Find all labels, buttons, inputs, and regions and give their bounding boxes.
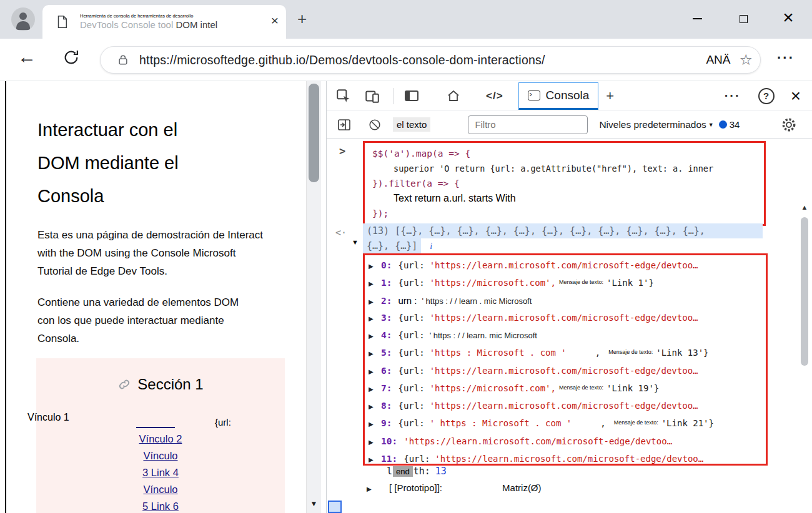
minimize-button[interactable]: [685, 7, 710, 30]
console-array-entry[interactable]: ▶11:{url:'https://learn.microsoft.com/mi…: [369, 451, 766, 466]
tab-title-small: Herramienta de consola de herramientas d…: [80, 13, 193, 19]
array-length-row: lendth:13: [387, 466, 447, 477]
filter-input[interactable]: [468, 115, 588, 134]
page-scrollbar-thumb[interactable]: [309, 84, 319, 182]
console-array-entry[interactable]: ▶1:{url:'https://microsoft.com',Mensaje …: [369, 275, 766, 293]
entry-segment-plain: {url:: [398, 278, 424, 288]
console-array-entry[interactable]: ▶4:{url:' https : / / learn. mic Microso…: [369, 327, 766, 344]
scroll-up-icon[interactable]: ▲: [798, 203, 811, 211]
expand-triangle-icon[interactable]: ▶: [369, 434, 377, 451]
console-scrollbar[interactable]: ▲: [798, 203, 811, 511]
length-value: 13: [435, 466, 447, 477]
link-icon: [117, 378, 131, 391]
tab-title: DevTools Console tool DOM intel: [80, 19, 267, 30]
inspect-element-button[interactable]: [335, 88, 352, 104]
entry-index: 6:: [381, 366, 392, 376]
section-link[interactable]: 3 Link 4: [142, 464, 179, 481]
scroll-down-icon[interactable]: ▼: [307, 499, 321, 508]
page-title: Interactuar con el DOM mediante el Conso…: [37, 114, 179, 213]
expand-triangle-icon[interactable]: ▶: [369, 258, 377, 275]
console-array-entry[interactable]: ▶10:'https://learn.microsoft.com/microso…: [369, 433, 766, 451]
console-input-code-line: }).filter(a => {: [372, 176, 756, 191]
expand-triangle-icon[interactable]: ▶: [369, 364, 377, 380]
page-scrollbar[interactable]: ▼: [306, 81, 321, 513]
issues-icon[interactable]: [719, 120, 727, 129]
console-array-entry[interactable]: ▶8:{url:'https://learn.microsoft.com/mic…: [369, 398, 766, 415]
lock-icon: [117, 54, 129, 66]
address-bar[interactable]: https://microsoftedge.github.io/Demos/de…: [100, 46, 761, 74]
tab-close-icon[interactable]: ×: [271, 13, 279, 28]
devtools-toolbar: </> Consola + ··· ? ×: [327, 81, 812, 111]
page-left-border: [5, 81, 6, 513]
bare-link-underline[interactable]: [136, 427, 175, 428]
add-pane-button[interactable]: +: [606, 88, 614, 104]
open-sidebar-icon: [337, 117, 352, 132]
clear-console-button[interactable]: [368, 118, 382, 132]
expand-triangle-icon[interactable]: ▶: [367, 486, 375, 492]
console-toolbar: el texto Niveles predeterminados ▼ 34: [327, 111, 812, 139]
entry-segment-str: 'https://microsoft.com',: [430, 383, 556, 393]
console-input-code-line: superior 'O return {url: a.getAttribute(…: [372, 161, 756, 176]
refresh-button[interactable]: [62, 49, 80, 69]
avatar-head: [19, 12, 27, 20]
console-array-entry[interactable]: ▶5:{url:'https : Microsoft . com ',Mensa…: [369, 344, 766, 363]
sources-tab-button[interactable]: </>: [486, 90, 503, 102]
prototype-row[interactable]: ▶[ [Prototipo]]:Matriz(Ø): [367, 482, 542, 493]
link-vinculo-1[interactable]: Vínculo 1: [27, 412, 69, 423]
url-text[interactable]: https://microsoftedge.github.io/Demos/de…: [139, 53, 545, 67]
result-summary-line-2[interactable]: {…}, {…}]i: [363, 238, 432, 253]
section-link[interactable]: Vínculo 2: [139, 431, 182, 447]
settings-button[interactable]: [781, 117, 797, 133]
device-emulation-button[interactable]: [364, 88, 380, 104]
console-array-entry[interactable]: ▶3:{url:'https://learn.microsoft.com/mic…: [369, 310, 766, 327]
refresh-icon: [62, 49, 80, 66]
activity-bar-button[interactable]: [405, 90, 418, 101]
console-array-entry[interactable]: ▶2:urn :' https : / / learn . mic Micros…: [369, 293, 766, 310]
translate-label[interactable]: ANÄ: [706, 53, 730, 67]
maximize-button[interactable]: [731, 7, 756, 30]
console-sidebar-button[interactable]: [337, 117, 352, 132]
devtools-close-button[interactable]: ×: [791, 86, 801, 106]
entry-index: 10:: [381, 436, 397, 446]
expand-triangle-icon[interactable]: ▶: [369, 381, 377, 398]
back-button[interactable]: ←: [17, 46, 36, 67]
annotation-highlight-input: $$('a').map(a => {superior 'O return {ur…: [363, 141, 766, 226]
console-array-entry[interactable]: ▶9:{url:' https : Microsoft . com ',Mens…: [369, 415, 766, 433]
entry-segment-plain: {url:: [404, 454, 430, 464]
browser-tab[interactable]: Herramienta de consola de herramientas d…: [42, 5, 286, 39]
expand-triangle-icon[interactable]: ▶: [369, 294, 377, 310]
console-array-entry[interactable]: ▶7:{url:'https://microsoft.com',Mensaje …: [369, 380, 766, 398]
browser-menu-button[interactable]: ···: [777, 50, 795, 66]
profile-avatar[interactable]: [11, 7, 35, 31]
expand-triangle-icon[interactable]: ▶: [369, 416, 377, 432]
result-summary-line-1[interactable]: (13) [{…}, {…}, {…}, {…}, {…}, {…}, {…},…: [363, 223, 763, 238]
console-scrollbar-thumb[interactable]: [801, 217, 808, 366]
entry-segment-label: Mensaje de texto:: [559, 279, 603, 285]
new-tab-button[interactable]: +: [297, 9, 307, 29]
prototype-value: Matriz(Ø): [502, 482, 542, 493]
entry-segment-str: 'https://learn.microsoft.com/microsoft-e…: [430, 401, 698, 411]
expand-triangle-icon[interactable]: ▶: [369, 311, 377, 327]
entry-segment-plain: {url:: [398, 383, 424, 393]
expand-triangle-icon[interactable]: ▶: [369, 328, 377, 344]
devtools-more-button[interactable]: ···: [725, 89, 741, 103]
console-array-entry[interactable]: ▶6:{url:'https://learn.microsoft.com/mic…: [369, 363, 766, 380]
section-link[interactable]: Vínculo: [143, 447, 177, 464]
console-prompt-icon[interactable]: >: [339, 145, 345, 157]
favorite-star-icon[interactable]: ☆: [739, 51, 753, 69]
array-collapse-icon[interactable]: ▼: [352, 238, 359, 246]
window-close-button[interactable]: ×: [775, 4, 802, 31]
issues-count: 34: [730, 119, 740, 130]
tab-console[interactable]: Consola: [518, 82, 599, 110]
section-link-list: Vínculo 2Vínculo3 Link 4Vínculo5 Link 6: [36, 431, 285, 513]
log-levels-dropdown[interactable]: Niveles predeterminados ▼: [599, 119, 713, 130]
welcome-home-button[interactable]: [446, 89, 461, 104]
expand-triangle-icon[interactable]: ▶: [369, 452, 377, 466]
section-link[interactable]: Vínculo: [143, 481, 177, 498]
help-button[interactable]: ?: [758, 88, 775, 104]
expand-triangle-icon[interactable]: ▶: [369, 399, 377, 415]
console-array-entry[interactable]: ▶0:{url:'https://learn.microsoft.com/mic…: [369, 257, 766, 275]
section-link[interactable]: 5 Link 6: [142, 498, 179, 513]
expand-triangle-icon[interactable]: ▶: [369, 276, 377, 292]
expand-triangle-icon[interactable]: ▶: [369, 346, 377, 362]
